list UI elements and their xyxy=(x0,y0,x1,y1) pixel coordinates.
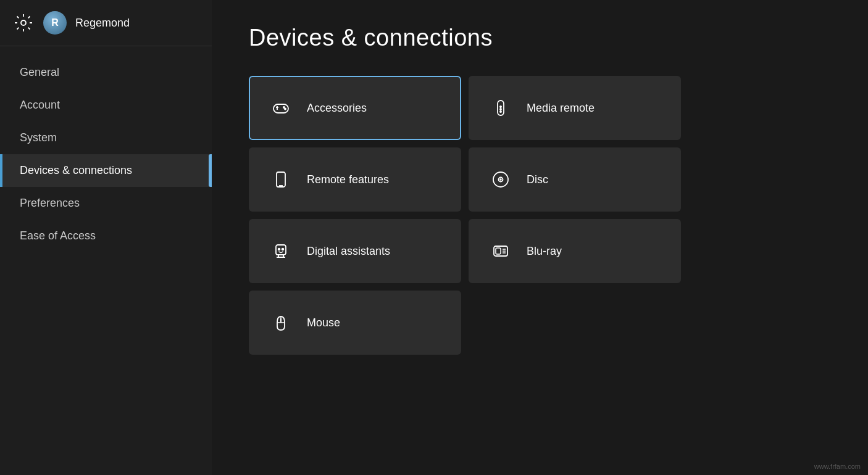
sidebar-item-devices[interactable]: Devices & connections xyxy=(0,154,212,187)
svg-point-18 xyxy=(278,249,280,250)
accessories-label: Accessories xyxy=(307,102,367,115)
disc-label: Disc xyxy=(527,173,548,186)
svg-rect-7 xyxy=(498,101,504,115)
sidebar-item-account[interactable]: Account xyxy=(0,89,212,122)
grid-item-media-remote[interactable]: Media remote xyxy=(469,76,681,140)
gamepad-icon xyxy=(269,96,293,120)
grid-item-mouse[interactable]: Mouse xyxy=(249,291,461,355)
grid-item-accessories[interactable]: Accessories xyxy=(249,76,461,140)
devices-grid: Accessories Media remote xyxy=(249,76,681,355)
grid-item-remote-features[interactable]: Remote features xyxy=(249,147,461,212)
sidebar-username: Regemond xyxy=(75,17,130,30)
sidebar-header: R Regemond xyxy=(0,0,212,46)
mouse-icon xyxy=(269,310,293,335)
media-remote-label: Media remote xyxy=(527,102,595,115)
avatar: R xyxy=(43,11,67,35)
sidebar-item-preferences[interactable]: Preferences xyxy=(0,187,212,220)
sidebar-item-ease-of-access[interactable]: Ease of Access xyxy=(0,220,212,252)
remote-icon xyxy=(488,96,513,120)
sidebar-item-general[interactable]: General xyxy=(0,56,212,89)
bluray-icon xyxy=(488,239,513,263)
sidebar-divider xyxy=(0,46,212,46)
svg-rect-21 xyxy=(496,248,501,254)
svg-point-5 xyxy=(283,107,285,108)
disc-icon xyxy=(488,167,513,192)
sidebar-nav: General Account System Devices & connect… xyxy=(0,51,212,257)
mouse-label: Mouse xyxy=(307,316,340,329)
page-title: Devices & connections xyxy=(249,25,831,51)
svg-rect-12 xyxy=(277,172,285,187)
main-content: Devices & connections Accessories xyxy=(212,0,868,475)
sidebar-item-system[interactable]: System xyxy=(0,122,212,154)
digital-assistants-label: Digital assistants xyxy=(307,245,390,258)
svg-point-11 xyxy=(500,111,501,112)
svg-point-0 xyxy=(21,20,26,25)
blu-ray-label: Blu-ray xyxy=(527,245,562,258)
phone-icon xyxy=(269,167,293,192)
svg-point-9 xyxy=(500,106,501,107)
gear-icon xyxy=(12,12,35,34)
watermark: www.frfam.com xyxy=(814,463,861,470)
sidebar: R Regemond General Account System Device… xyxy=(0,0,212,475)
svg-point-6 xyxy=(285,108,286,109)
assistant-icon xyxy=(269,239,293,263)
svg-point-19 xyxy=(282,249,284,250)
grid-item-disc[interactable]: Disc xyxy=(469,147,681,212)
svg-rect-17 xyxy=(276,245,286,255)
remote-features-label: Remote features xyxy=(307,173,389,186)
svg-point-16 xyxy=(500,179,501,180)
svg-point-10 xyxy=(500,109,501,110)
grid-item-blu-ray[interactable]: Blu-ray xyxy=(469,219,681,283)
grid-item-digital-assistants[interactable]: Digital assistants xyxy=(249,219,461,283)
